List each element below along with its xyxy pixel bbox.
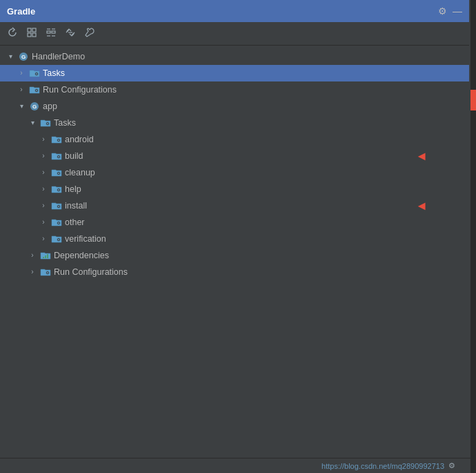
svg-point-26 <box>58 156 59 157</box>
refresh-icon[interactable] <box>6 26 19 42</box>
svg-rect-37 <box>43 257 44 258</box>
svg-point-22 <box>47 123 48 124</box>
status-url: https://blog.csdn.net/mq2890992713 <box>321 462 444 470</box>
chevron-tasks-app <box>28 118 37 128</box>
run-configs-app-label: Run Configurations <box>54 267 128 277</box>
svg-rect-0 <box>28 28 31 32</box>
svg-rect-2 <box>28 33 31 37</box>
header-icons: ⚙ — <box>438 6 462 17</box>
help-label: help <box>65 184 81 194</box>
svg-point-34 <box>58 222 59 224</box>
help-icon <box>51 184 62 195</box>
other-label: other <box>65 218 85 227</box>
android-label: android <box>65 135 94 144</box>
svg-point-36 <box>58 239 59 240</box>
tree-item-verification[interactable]: verification <box>0 231 469 247</box>
build-arrow: ◄ <box>415 149 428 164</box>
chevron-handlerdemo <box>6 52 15 61</box>
svg-text:G: G <box>21 54 26 60</box>
chevron-install <box>39 201 48 211</box>
tree-item-handlerdemo[interactable]: G HandlerDemo <box>0 48 469 65</box>
settings-icon[interactable]: ⚙ <box>438 6 447 17</box>
install-icon <box>51 200 62 211</box>
link-icon[interactable] <box>63 26 77 42</box>
panel-title: Gradle <box>7 6 35 17</box>
svg-point-28 <box>58 173 59 174</box>
svg-rect-5 <box>52 31 55 33</box>
run-configs-app-icon <box>40 267 51 278</box>
folder-gear-icon <box>29 68 40 79</box>
expand-all-icon[interactable] <box>25 26 39 42</box>
gradle-panel: Gradle ⚙ — <box>0 0 469 473</box>
tasks-app-icon <box>40 117 51 128</box>
tree-item-help[interactable]: help <box>0 181 469 197</box>
android-icon <box>51 134 62 145</box>
tree-item-run-configs-root[interactable]: Run Configurations <box>0 81 469 98</box>
cleanup-icon <box>51 167 62 178</box>
tree-item-dependencies[interactable]: Dependencies <box>0 247 469 264</box>
settings-status-icon[interactable]: ⚙ <box>448 461 455 470</box>
dependencies-label: Dependencies <box>54 251 109 260</box>
chevron-cleanup <box>39 168 48 177</box>
dependencies-icon <box>40 250 51 261</box>
svg-text:G: G <box>32 104 37 110</box>
chevron-build <box>39 151 48 161</box>
status-bar: https://blog.csdn.net/mq2890992713 ⚙ <box>0 458 476 473</box>
gradle-icon: G <box>18 51 29 62</box>
chevron-help <box>39 184 48 194</box>
tree-item-run-configs-app[interactable]: Run Configurations <box>0 264 469 280</box>
svg-point-24 <box>58 139 59 141</box>
chevron-run-configs-app <box>28 267 37 277</box>
run-configs-root-label: Run Configurations <box>43 85 117 95</box>
tasks-root-label: Tasks <box>43 68 65 78</box>
tree-item-android[interactable]: android <box>0 131 469 148</box>
chevron-android <box>39 135 48 144</box>
chevron-other <box>39 218 48 227</box>
install-label: install <box>65 201 87 211</box>
verification-icon <box>51 233 62 244</box>
svg-rect-3 <box>32 33 36 37</box>
chevron-verification <box>39 234 48 244</box>
panel-header: Gradle ⚙ — <box>0 0 469 22</box>
wrench-icon[interactable] <box>83 26 97 42</box>
svg-rect-39 <box>47 254 48 258</box>
chevron-run-configs-root <box>17 85 26 95</box>
toolbar <box>0 22 469 46</box>
tree-item-other[interactable]: other <box>0 214 469 231</box>
tree-item-tasks-app[interactable]: Tasks <box>0 115 469 131</box>
tree-content[interactable]: G HandlerDemo Tasks <box>0 46 469 458</box>
handlerdemo-label: HandlerDemo <box>32 52 85 61</box>
tree-item-app[interactable]: G app <box>0 98 469 115</box>
chevron-app <box>17 102 26 111</box>
svg-point-16 <box>36 73 37 75</box>
chevron-tasks-root <box>17 68 26 78</box>
install-arrow: ◄ <box>415 199 428 213</box>
app-gradle-icon: G <box>29 101 40 112</box>
right-sidebar-bar <box>470 0 476 473</box>
app-label: app <box>43 102 57 111</box>
svg-point-41 <box>47 272 48 273</box>
svg-point-32 <box>58 206 59 207</box>
collapse-all-icon[interactable] <box>44 26 58 42</box>
svg-rect-1 <box>32 28 36 32</box>
svg-rect-38 <box>45 255 46 258</box>
verification-label: verification <box>65 234 106 244</box>
cleanup-label: cleanup <box>65 168 95 177</box>
svg-point-18 <box>36 90 37 91</box>
minimize-icon[interactable]: — <box>453 6 462 17</box>
tree-item-cleanup[interactable]: cleanup <box>0 164 469 181</box>
svg-rect-4 <box>47 31 50 33</box>
tree-item-tasks-root[interactable]: Tasks <box>0 65 469 81</box>
tree-item-install[interactable]: install ◄ <box>0 197 469 214</box>
other-icon <box>51 217 62 228</box>
tree-item-build[interactable]: build ◄ <box>0 148 469 164</box>
scrollbar-indicator <box>470 90 476 110</box>
svg-point-30 <box>58 189 59 191</box>
build-icon <box>51 151 62 162</box>
build-label: build <box>65 151 83 161</box>
run-configs-icon <box>29 84 40 95</box>
tasks-app-label: Tasks <box>54 118 76 128</box>
chevron-dependencies <box>28 251 37 260</box>
